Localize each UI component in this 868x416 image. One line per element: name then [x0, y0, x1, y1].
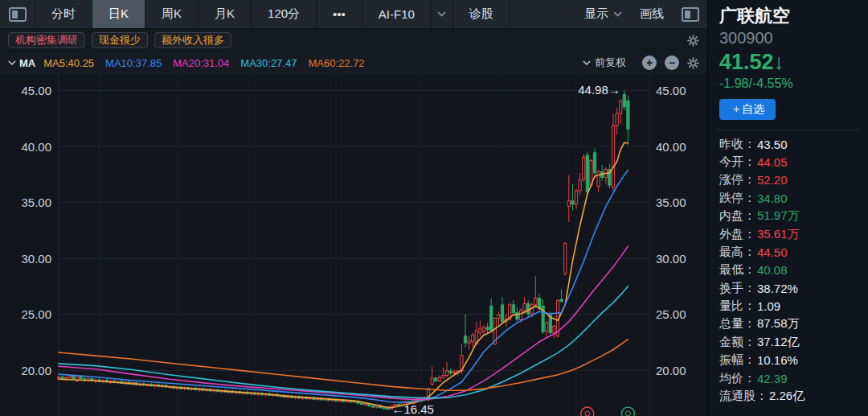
candle-up [65, 377, 68, 378]
tab-ai-f10[interactable]: AI-F10 [362, 0, 432, 28]
candle-down [72, 376, 75, 378]
display-menu-label: 显示 [584, 6, 608, 22]
candle-up [523, 303, 526, 310]
y-axis-label-right: 45.00 [656, 84, 686, 97]
toggle-right-panel-button[interactable] [682, 7, 699, 22]
stock-code: 300900 [719, 29, 857, 47]
candle-down [593, 153, 596, 173]
tab-120min[interactable]: 120分 [252, 0, 317, 28]
stat-row-limit-down: 跌停：34.80 [719, 189, 857, 207]
zoom-out-button[interactable]: − [665, 56, 679, 70]
y-axis-label-left: 35.00 [21, 196, 51, 209]
ma-line-ma10 [59, 170, 628, 402]
indicator-settings-gear-icon[interactable] [687, 57, 699, 69]
stock-name: 广联航空 [719, 5, 857, 27]
candle-up [442, 375, 444, 377]
candle-down [627, 101, 629, 129]
stat-value: 35.61万 [757, 227, 800, 242]
stock-chart-window: 45.0045.0040.0040.0035.0035.0030.0030.00… [0, 0, 868, 416]
stat-row-volume-ratio: 量比：1.09 [719, 297, 857, 315]
candle-down [435, 378, 437, 381]
candle-up [553, 326, 555, 332]
stat-value: 38.72% [757, 282, 798, 295]
candle-up [583, 157, 585, 179]
stat-label: 今开： [719, 154, 755, 170]
candle-up [68, 376, 71, 377]
add-watchlist-button[interactable]: ＋自选 [719, 99, 776, 120]
candle-up [579, 179, 581, 191]
tab-monthly-k[interactable]: 月K [199, 0, 252, 28]
stat-label: 量比： [719, 299, 755, 314]
candle-up [519, 311, 522, 319]
stat-value: 51.97万 [757, 208, 800, 224]
candle-down [464, 336, 466, 343]
candle-up [364, 404, 366, 405]
zoom-in-button[interactable]: + [642, 56, 657, 70]
tag-row: 机构密集调研现金很少额外收入很多 [0, 29, 707, 51]
candle-down [361, 403, 363, 404]
y-axis-label-right: 30.00 [656, 252, 686, 266]
tab-weekly-k[interactable]: 周K [145, 0, 199, 28]
stat-row-amount: 金额：37.12亿 [719, 333, 857, 351]
tag-settings-gear-icon[interactable] [687, 35, 699, 47]
candle-down [387, 408, 389, 409]
display-menu[interactable]: 显示 [584, 6, 622, 22]
stat-value: 1.09 [757, 299, 780, 313]
candle-down [538, 299, 540, 309]
toolbar-right-group: 显示 画线 [584, 0, 707, 28]
stat-row-low: 最低：40.08 [719, 262, 857, 279]
candle-down [586, 155, 588, 192]
tag-extra-income[interactable]: 额外收入很多 [154, 32, 231, 48]
candle-up [612, 126, 614, 187]
quote-stats: 昨收：43.50今开：44.05涨停：52.20跌停：34.80内盘：51.97… [719, 135, 857, 406]
stat-label: 换手： [719, 281, 755, 296]
candle-up [497, 315, 500, 318]
candle-down [527, 303, 530, 314]
last-price: 41.52↓ [719, 49, 857, 75]
stat-value: 34.80 [757, 192, 788, 205]
stat-value: 2.26亿 [769, 389, 805, 404]
stat-label: 均价： [719, 371, 755, 386]
candle-up [620, 101, 622, 113]
candle-down [571, 201, 574, 204]
tab-daily-k[interactable]: 日K [92, 0, 145, 28]
stat-value: 44.05 [757, 155, 788, 169]
adjust-mode-label: 前复权 [595, 56, 626, 70]
stat-value: 44.50 [757, 245, 788, 259]
adjust-mode-dropdown[interactable]: 前复权 [583, 56, 626, 70]
candle-up [597, 171, 600, 186]
ma-line-ma5 [59, 142, 628, 408]
quote-panel: 广联航空 300900 41.52↓ -1.98/-4.55% ＋自选 昨收：4… [707, 0, 868, 416]
stat-label: 内盘： [719, 208, 755, 224]
toggle-left-panel-button[interactable] [0, 0, 35, 28]
ma60-value: MA60:22.72 [308, 57, 364, 69]
ma-indicator-title: MA [19, 57, 35, 69]
ma30-value: MA30:27.47 [240, 57, 297, 69]
tag-institution-research[interactable]: 机构密集调研 [8, 32, 85, 48]
tab-more-periods[interactable]: ••• [317, 0, 362, 28]
low-marker: ←16.45 [391, 402, 434, 416]
stat-value: 40.08 [757, 263, 788, 277]
tag-low-cash[interactable]: 现金很少 [92, 32, 148, 48]
candle-down [449, 371, 452, 373]
ma-collapse-chevron-icon[interactable] [8, 60, 16, 65]
stat-value: 10.16% [757, 353, 798, 367]
candle-up [479, 328, 481, 333]
indicator-bar: MA MA5:40.25MA10:37.85MA20:31.04MA30:27.… [0, 51, 707, 74]
y-axis-label-left: 40.00 [21, 140, 51, 154]
candle-up [438, 377, 440, 381]
tab-diagnose[interactable]: 诊股 [452, 0, 510, 28]
ai-f10-chevron-down-icon[interactable] [432, 0, 452, 28]
stat-row-outer-volume: 外盘：35.61万 [719, 225, 857, 243]
stat-row-float-shares: 流通股：2.26亿 [719, 387, 857, 405]
y-axis-label-right: 35.00 [656, 196, 686, 209]
stat-value: 52.20 [757, 173, 788, 187]
stat-label: 跌停： [719, 191, 755, 206]
tab-timeshare[interactable]: 分时 [35, 0, 92, 28]
period-tabs: 分时日K周K月K120分•••AI-F10 [35, 0, 432, 28]
candle-up [616, 113, 618, 126]
stat-row-open: 今开：44.05 [719, 153, 857, 171]
candle-up [431, 378, 433, 385]
draw-line-button[interactable]: 画线 [640, 6, 664, 22]
draw-line-label: 画线 [640, 6, 664, 22]
